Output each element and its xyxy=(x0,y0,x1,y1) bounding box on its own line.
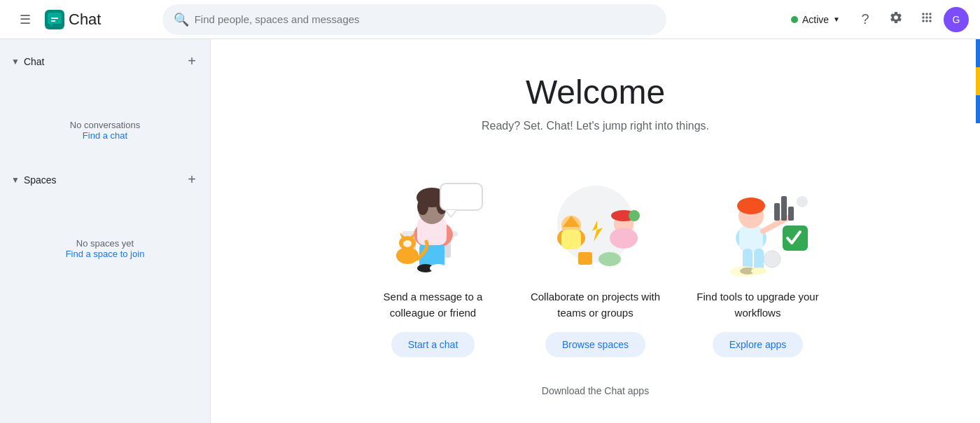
right-edge-bars xyxy=(976,39,980,123)
settings-button[interactable] xyxy=(882,6,910,34)
svg-rect-29 xyxy=(614,228,634,248)
start-chat-description: Send a message to a colleague or friend xyxy=(363,289,503,321)
explore-apps-button[interactable]: Explore apps xyxy=(713,332,804,357)
explore-apps-card: Find tools to upgrade your workflows Exp… xyxy=(688,166,828,357)
new-space-button[interactable]: + xyxy=(185,169,199,190)
spaces-chevron-icon: ▼ xyxy=(11,175,20,185)
main-content: Welcome Ready? Set. Chat! Let's jump rig… xyxy=(210,39,980,423)
spaces-section-title: Spaces xyxy=(24,174,57,186)
chat-section: ▼ Chat + No conversations Find a chat xyxy=(0,39,210,158)
search-bar[interactable]: 🔍 xyxy=(162,4,666,35)
menu-icon: ☰ xyxy=(20,12,31,27)
find-chat-link[interactable]: Find a chat xyxy=(83,130,127,141)
search-input[interactable] xyxy=(195,13,655,25)
svg-rect-36 xyxy=(739,226,763,252)
spaces-illustration-svg xyxy=(536,168,655,277)
explore-apps-illustration xyxy=(695,166,821,278)
svg-rect-45 xyxy=(788,207,794,221)
apps-button[interactable] xyxy=(913,6,941,34)
bar-yellow xyxy=(976,67,980,95)
spaces-section: ▼ Spaces + No spaces yet Find a space to… xyxy=(0,158,210,276)
search-icon: 🔍 xyxy=(174,12,189,27)
download-text: Download the Chat apps xyxy=(542,385,649,396)
status-button[interactable]: Active ▼ xyxy=(783,10,848,29)
svg-rect-32 xyxy=(578,252,592,265)
app-title: Chat xyxy=(69,11,101,29)
header-right: Active ▼ ? G xyxy=(783,6,969,34)
chat-section-title-group: ▼ Chat xyxy=(11,56,44,67)
sidebar: ▼ Chat + No conversations Find a chat ▼ … xyxy=(0,39,210,423)
gear-icon xyxy=(889,11,903,28)
svg-rect-44 xyxy=(781,196,787,221)
help-icon: ? xyxy=(861,11,869,27)
menu-button[interactable]: ☰ xyxy=(11,6,39,34)
svg-point-31 xyxy=(629,210,640,221)
browse-spaces-description: Collaborate on projects with teams or gr… xyxy=(526,289,666,321)
welcome-section: Welcome Ready? Set. Chat! Let's jump rig… xyxy=(346,39,845,413)
welcome-subtitle: Ready? Set. Chat! Let's jump right into … xyxy=(482,120,709,132)
app-logo: Chat xyxy=(45,10,101,29)
status-dot xyxy=(791,16,798,23)
start-chat-button[interactable]: Start a chat xyxy=(391,332,475,357)
svg-point-14 xyxy=(417,198,428,215)
no-spaces-text: No spaces yet xyxy=(11,238,199,249)
start-chat-illustration xyxy=(370,166,496,278)
help-button[interactable]: ? xyxy=(851,6,879,34)
svg-point-49 xyxy=(730,266,758,277)
svg-point-33 xyxy=(598,252,621,266)
browse-spaces-button[interactable]: Browse spaces xyxy=(545,332,645,357)
spaces-empty-state: No spaces yet Find a space to join xyxy=(0,196,210,270)
bar-blue-1 xyxy=(976,39,980,67)
app-layout: ▼ Chat + No conversations Find a chat ▼ … xyxy=(0,39,980,423)
svg-point-48 xyxy=(797,196,808,207)
cards-row: Send a message to a colleague or friend … xyxy=(363,166,828,357)
svg-point-10 xyxy=(430,264,447,272)
browse-spaces-card: Collaborate on projects with teams or gr… xyxy=(526,166,666,357)
svg-point-38 xyxy=(737,197,765,214)
chat-empty-state: No conversations Find a chat xyxy=(0,78,210,152)
new-chat-button[interactable]: + xyxy=(185,50,199,72)
app-header: ☰ Chat 🔍 Active ▼ ? xyxy=(0,0,980,39)
spaces-section-title-group: ▼ Spaces xyxy=(11,174,57,186)
header-left: ☰ Chat xyxy=(11,6,101,34)
svg-point-47 xyxy=(764,251,780,268)
svg-rect-43 xyxy=(774,203,780,221)
svg-point-21 xyxy=(403,240,412,247)
no-conversations-text: No conversations xyxy=(11,120,199,130)
apps-grid-icon xyxy=(920,11,934,28)
browse-spaces-illustration xyxy=(533,166,659,278)
chat-chevron-icon: ▼ xyxy=(11,57,20,67)
welcome-title: Welcome xyxy=(526,73,665,111)
spaces-section-header[interactable]: ▼ Spaces + xyxy=(0,163,210,196)
user-avatar[interactable]: G xyxy=(944,7,969,32)
chevron-down-icon: ▼ xyxy=(833,15,840,23)
bar-blue-2 xyxy=(976,95,980,123)
chat-section-title: Chat xyxy=(24,56,45,67)
find-space-link[interactable]: Find a space to join xyxy=(66,249,145,259)
explore-apps-description: Find tools to upgrade your workflows xyxy=(688,289,828,321)
apps-illustration-svg xyxy=(699,168,818,277)
status-label: Active xyxy=(802,14,829,25)
chat-illustration-svg xyxy=(374,168,493,277)
chat-section-header[interactable]: ▼ Chat + xyxy=(0,45,210,78)
download-section: Download the Chat apps xyxy=(542,385,649,396)
start-chat-card: Send a message to a colleague or friend … xyxy=(363,166,503,357)
chat-logo-icon xyxy=(45,10,64,29)
svg-rect-16 xyxy=(440,183,482,210)
svg-rect-25 xyxy=(561,230,581,249)
